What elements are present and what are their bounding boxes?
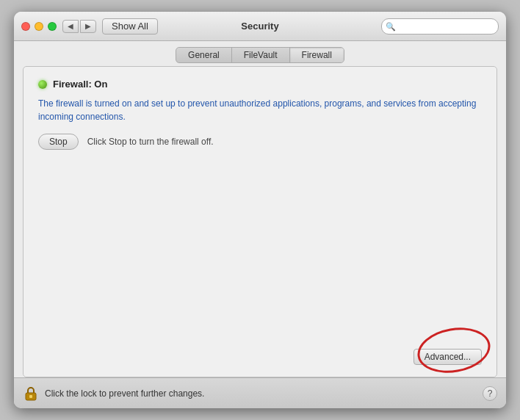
stop-row: Stop Click Stop to turn the firewall off… [38, 134, 482, 150]
content-panel: Firewall: On The firewall is turned on a… [23, 66, 497, 377]
lock-icon[interactable] [23, 385, 39, 402]
firewall-description: The firewall is turned on and set up to … [38, 97, 482, 123]
maximize-button[interactable] [48, 22, 57, 31]
nav-buttons: ◀ ▶ [62, 20, 96, 33]
search-container: 🔍 [381, 18, 499, 35]
advanced-container: Advanced... [414, 349, 482, 365]
svg-rect-1 [29, 395, 32, 398]
stop-description: Click Stop to turn the firewall off. [87, 137, 214, 147]
lock-label: Click the lock to prevent further change… [45, 388, 477, 399]
tabs-toolbar: General FileVault Firewall [14, 41, 506, 66]
titlebar: ◀ ▶ Show All Security 🔍 [14, 12, 506, 41]
firewall-status-row: Firewall: On [38, 79, 482, 90]
forward-button[interactable]: ▶ [80, 20, 96, 33]
search-input[interactable] [381, 18, 499, 35]
advanced-button[interactable]: Advanced... [414, 349, 482, 365]
minimize-button[interactable] [35, 22, 43, 31]
footer: Click the lock to prevent further change… [14, 377, 506, 408]
firewall-title: Firewall: On [53, 79, 107, 90]
status-dot-green [38, 80, 47, 89]
tab-firewall[interactable]: Firewall [290, 48, 344, 62]
tab-filevault[interactable]: FileVault [232, 48, 290, 62]
help-button[interactable]: ? [483, 386, 497, 401]
tab-general[interactable]: General [176, 48, 232, 62]
close-button[interactable] [21, 22, 30, 31]
main-window: ◀ ▶ Show All Security 🔍 General FileVaul… [14, 12, 506, 408]
stop-button[interactable]: Stop [38, 134, 79, 150]
back-button[interactable]: ◀ [62, 20, 79, 33]
traffic-lights [21, 22, 57, 31]
tab-group: General FileVault Firewall [176, 47, 344, 63]
search-icon: 🔍 [386, 21, 396, 31]
show-all-button[interactable]: Show All [102, 18, 158, 35]
window-title: Security [241, 21, 278, 32]
